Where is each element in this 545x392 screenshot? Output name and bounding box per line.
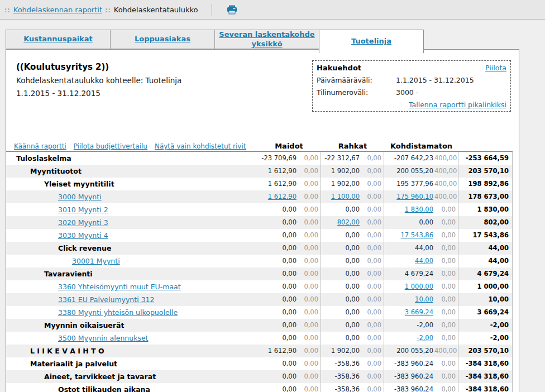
kohdistamaton-budget-value: 400,00 [434, 190, 458, 203]
breadcrumb-parent-link[interactable]: Kohdelaskennan raportit [13, 6, 102, 14]
kohdistamaton-budget-value: 0,00 [434, 319, 458, 332]
kohdistamaton-actual-link[interactable]: 17 543,86 [400, 231, 433, 239]
maidot-actual-cell: 1 612,90 [257, 345, 298, 357]
account-link[interactable]: 3010 Myynti 2 [58, 205, 108, 214]
table-row: 3020 Myynti 30,000,00802,000,000,000,008… [6, 216, 513, 229]
rahkat-actual-cell: -358,36 [321, 357, 361, 370]
row-label: Materiaalit ja palvelut [30, 360, 117, 368]
rahkat-budget-value: 0,00 [361, 280, 384, 293]
kohdistamaton-budget-value: 0,00 [434, 267, 458, 280]
kohdistamaton-actual-link[interactable]: 175 960,10 [396, 193, 433, 200]
breadcrumb-separator: :: [105, 6, 111, 14]
save-report-shortcut-link[interactable]: Tallenna raportti pikalinkiksi [409, 101, 506, 109]
show-only-allocated-rows-link[interactable]: Näytä vain kohdistetut rivit [155, 142, 246, 150]
maidot-budget-value: 0,00 [298, 178, 321, 190]
table-row: 3030 Myynti 40,000,000,000,0017 543,860,… [6, 229, 513, 242]
row-total-value: 17 543,86 [458, 229, 513, 242]
maidot-actual-cell: 0,00 [257, 267, 298, 280]
tab-label: Kustannuspaikat [20, 35, 96, 44]
breadcrumb-prefix: :: [4, 6, 11, 14]
maidot-actual-value: 0,00 [282, 244, 297, 252]
tab-label: Loppuasiakas [131, 35, 194, 44]
maidot-actual-link[interactable]: 1 612,90 [268, 193, 297, 200]
hide-search-criteria-link[interactable]: Piilota [485, 62, 506, 74]
row-label-cell: 3000 Myynti [6, 190, 257, 203]
tab-severan-laskentakohde-yksikko[interactable]: Severan laskentakohde yksikkö [214, 30, 319, 49]
kohdistamaton-actual-link[interactable]: 44,00 [415, 257, 433, 265]
kohdistamaton-actual-cell: 44,00 [384, 255, 434, 267]
row-label: L I I K E V A I H T O [30, 347, 104, 355]
maidot-actual-cell: 1 612,90 [257, 178, 298, 190]
rahkat-budget-value: 0,00 [361, 370, 384, 383]
flip-report-link[interactable]: Käännä raportti [14, 142, 66, 150]
maidot-budget-value: 0,00 [298, 357, 321, 370]
account-link[interactable]: 3020 Myynti 3 [58, 218, 108, 227]
hide-budget-comparison-link[interactable]: Piilota budjettivertailu [74, 142, 147, 150]
rahkat-actual-link[interactable]: 1 100,00 [331, 193, 360, 200]
kohdistamaton-actual-link[interactable]: 3 669,24 [405, 308, 433, 316]
rahkat-budget-value: 0,00 [361, 229, 384, 242]
kohdistamaton-budget-value: 0,00 [434, 229, 458, 242]
maidot-actual-cell: 0,00 [257, 357, 298, 370]
account-link[interactable]: 3500 Myynnin alennukset [58, 334, 149, 342]
kohdistamaton-actual-cell: -383 960,24 [384, 357, 434, 370]
maidot-actual-cell: 1 612,90 [257, 190, 298, 203]
maidot-budget-value: 0,00 [298, 152, 321, 165]
maidot-budget-value: 0,00 [298, 332, 321, 345]
kohdistamaton-actual-cell: 3 669,24 [384, 306, 434, 319]
row-total-value: -2,00 [458, 332, 513, 345]
maidot-actual-value: 0,00 [282, 385, 297, 392]
row-total-value: 4 679,24 [458, 267, 513, 280]
tab-bar: KustannuspaikatLoppuasiakasSeveran laske… [6, 30, 545, 53]
printer-icon[interactable] [227, 5, 237, 15]
tab-loppuasiakas[interactable]: Loppuasiakas [110, 30, 215, 49]
maidot-actual-value: 0,00 [282, 295, 297, 303]
row-total-value: -253 664,59 [458, 152, 513, 165]
maidot-budget-value: 0,00 [298, 280, 321, 293]
maidot-actual-cell: 0,00 [257, 383, 298, 392]
rahkat-actual-link[interactable]: 802,00 [337, 218, 360, 226]
kohdistamaton-actual-link[interactable]: 10,00 [415, 295, 433, 303]
rahkat-budget-value: 0,00 [361, 267, 384, 280]
kohdistamaton-actual-cell: 175 960,10 [384, 190, 434, 203]
maidot-actual-cell: 0,00 [257, 242, 298, 255]
account-link[interactable]: 3360 Yhteisömyynti muut EU-maat [58, 283, 181, 291]
rahkat-actual-value: -358,36 [335, 372, 360, 380]
account-link[interactable]: 3361 EU Palvelumyynti 312 [58, 295, 155, 304]
rahkat-actual-value: 0,00 [345, 295, 360, 303]
table-row: Yleiset myyntitilit1 612,900,001 902,000… [6, 178, 513, 190]
account-link[interactable]: 3000 Myynti [58, 193, 102, 201]
table-row: Click revenue0,000,000,000,0044,000,0044… [6, 242, 513, 255]
account-link[interactable]: 3030 Myynti 4 [58, 231, 108, 240]
kohdistamaton-actual-link[interactable]: 1 000,00 [405, 283, 433, 290]
table-header-row: Käännä raportti Piilota budjettivertailu… [6, 136, 513, 151]
account-link[interactable]: 30001 Myynti [72, 257, 120, 265]
row-total-value: 44,00 [458, 255, 513, 267]
rahkat-actual-cell: -22 312,67 [321, 152, 361, 165]
account-link[interactable]: 3380 Myynti yhteisön ulkopuolelle [58, 308, 178, 317]
kohdistamaton-actual-cell: 10,00 [384, 293, 434, 306]
row-label: Ostot tilikauden aikana [58, 385, 150, 392]
rahkat-actual-value: 0,00 [345, 334, 360, 342]
maidot-actual-cell: 0,00 [257, 332, 298, 345]
maidot-actual-value: 0,00 [282, 231, 297, 239]
breadcrumb: :: Kohdelaskennan raportit :: Kohdelaske… [0, 0, 545, 20]
kohdistamaton-actual-value: 200 055,20 [396, 347, 433, 355]
rahkat-actual-value: 1 902,00 [331, 347, 360, 355]
row-label: Click revenue [58, 244, 111, 252]
tab-tuotelinja[interactable]: Tuotelinja [319, 30, 424, 53]
row-label: Myyntituotot [30, 167, 82, 175]
table-row: Aineet, tarvikkeet ja tavarat0,000,00-35… [6, 370, 513, 383]
search-criteria-box: Hakuehdot Piilota Päivämääräväli: 1.1.20… [312, 60, 511, 112]
kohdistamaton-actual-link[interactable]: -2,00 [417, 334, 433, 342]
row-total-value: 198 892,86 [458, 178, 513, 190]
table-row: 3361 EU Palvelumyynti 3120,000,000,000,0… [6, 293, 513, 306]
kohdistamaton-actual-link[interactable]: 1 830,00 [405, 205, 433, 213]
maidot-budget-value: 0,00 [298, 229, 321, 242]
rahkat-actual-cell: 0,00 [321, 280, 361, 293]
rahkat-budget-value: 0,00 [361, 293, 384, 306]
tab-kustannuspaikat[interactable]: Kustannuspaikat [6, 30, 111, 49]
maidot-actual-cell: 0,00 [257, 319, 298, 332]
row-label-cell: 3361 EU Palvelumyynti 312 [6, 293, 257, 306]
kohdistamaton-actual-value: 0,00 [419, 218, 433, 226]
